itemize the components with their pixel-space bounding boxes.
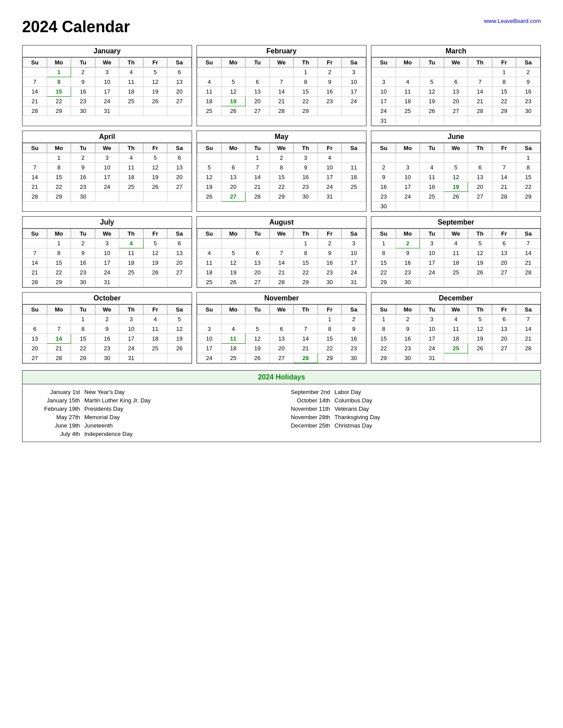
weekday-header: Su <box>23 58 47 68</box>
weekday-header: Mo <box>47 305 71 315</box>
cal-day: 29 <box>71 353 95 363</box>
cal-day: 30 <box>516 106 540 116</box>
cal-day: 24 <box>95 182 119 192</box>
cal-day: 21 <box>23 97 47 106</box>
page-header: 2024 Calendar www.LeaveBoard.com <box>22 18 541 36</box>
cal-day: 13 <box>167 77 192 87</box>
weekday-header: We <box>95 143 119 153</box>
cal-day: 26 <box>143 97 167 106</box>
cal-day <box>119 278 144 287</box>
holidays-col-left: January 1stNew Year's DayJanuary 15thMar… <box>31 389 282 437</box>
weekday-header: Su <box>372 229 396 239</box>
cal-day <box>492 153 516 163</box>
weekday-header: Su <box>372 305 396 315</box>
cal-day: 28 <box>23 106 47 116</box>
cal-day: 25 <box>143 344 167 353</box>
cal-day <box>396 202 420 211</box>
cal-day: 22 <box>516 182 540 192</box>
holiday-name: Juneteenth <box>84 422 113 429</box>
cal-day: 31 <box>95 106 119 116</box>
cal-day: 13 <box>221 173 246 182</box>
cal-day <box>420 153 444 163</box>
weekday-header: Sa <box>167 305 192 315</box>
holiday-row: January 1stNew Year's Day <box>31 389 282 395</box>
cal-day: 27 <box>23 353 47 363</box>
weekday-header: Fr <box>143 229 167 239</box>
month-july: JulySuMoTuWeThFrSa1234567891011121314151… <box>22 216 192 288</box>
cal-day: 23 <box>71 97 95 106</box>
cal-day: 17 <box>342 87 366 97</box>
cal-day: 26 <box>444 192 468 202</box>
cal-table-june: SuMoTuWeThFrSa12345678910111213141516171… <box>371 143 540 211</box>
holiday-row: November 28thThanksgiving Day <box>282 414 532 420</box>
cal-day: 23 <box>372 192 396 202</box>
cal-day: 9 <box>516 77 540 87</box>
cal-day: 2 <box>342 315 366 324</box>
cal-day: 22 <box>269 182 294 192</box>
weekday-header: Tu <box>420 229 444 239</box>
cal-day: 20 <box>444 97 468 106</box>
cal-day: 19 <box>444 182 468 192</box>
cal-day <box>396 116 420 126</box>
cal-table-october: SuMoTuWeThFrSa12345678910111213141516171… <box>23 304 192 363</box>
holiday-row: November 11thVeterans Day <box>282 405 532 412</box>
cal-day <box>516 353 540 363</box>
cal-day <box>444 353 468 363</box>
weekday-header: Mo <box>221 305 246 315</box>
cal-day: 23 <box>71 182 95 192</box>
cal-day: 21 <box>492 182 516 192</box>
cal-day <box>492 278 516 287</box>
cal-day: 28 <box>269 278 294 287</box>
holiday-row: June 19thJuneteenth <box>31 422 282 429</box>
cal-day: 2 <box>317 239 342 248</box>
weekday-header: Sa <box>167 58 192 68</box>
cal-day: 23 <box>71 268 95 278</box>
month-may: MaySuMoTuWeThFrSa12345678910111213141516… <box>196 131 367 212</box>
cal-day <box>468 68 492 77</box>
weekday-header: We <box>95 58 119 68</box>
weekday-header: Fr <box>143 58 167 68</box>
cal-day: 9 <box>342 324 366 334</box>
cal-day: 13 <box>444 87 468 97</box>
cal-day: 22 <box>372 268 396 278</box>
holiday-date: November 28th <box>282 414 330 420</box>
weekday-header: Su <box>372 143 396 153</box>
cal-day: 8 <box>317 324 342 334</box>
cal-day: 23 <box>396 344 420 353</box>
cal-day: 2 <box>95 315 119 324</box>
month-title-july: July <box>23 217 192 229</box>
cal-day: 21 <box>468 97 492 106</box>
weekday-header: Sa <box>167 143 192 153</box>
cal-day: 26 <box>167 344 192 353</box>
cal-day <box>468 116 492 126</box>
month-title-december: December <box>371 293 540 304</box>
holiday-name: Labor Day <box>335 389 361 395</box>
weekday-header: Tu <box>246 143 270 153</box>
weekday-header: Mo <box>396 305 420 315</box>
cal-day <box>396 68 420 77</box>
cal-day: 12 <box>197 173 222 182</box>
cal-day: 20 <box>23 344 47 353</box>
cal-day: 31 <box>420 353 444 363</box>
cal-day: 7 <box>516 239 540 248</box>
cal-day: 27 <box>167 268 192 278</box>
weekday-header: Su <box>23 229 47 239</box>
cal-day: 18 <box>143 334 167 344</box>
cal-day: 20 <box>167 173 192 182</box>
cal-day: 14 <box>516 324 540 334</box>
cal-day <box>516 116 540 126</box>
cal-day: 15 <box>294 87 318 97</box>
cal-day: 29 <box>47 192 71 202</box>
cal-day: 21 <box>47 344 71 353</box>
holiday-name: Independence Day <box>84 431 132 437</box>
weekday-header: Fr <box>492 143 516 153</box>
cal-day: 19 <box>143 87 167 97</box>
cal-day <box>269 315 294 324</box>
cal-day <box>197 315 222 324</box>
website-link[interactable]: www.LeaveBoard.com <box>484 18 541 24</box>
holiday-date: October 14th <box>282 397 330 404</box>
cal-day <box>396 153 420 163</box>
holiday-date: June 19th <box>31 422 80 429</box>
cal-day: 14 <box>246 173 270 182</box>
cal-day: 25 <box>342 182 366 192</box>
